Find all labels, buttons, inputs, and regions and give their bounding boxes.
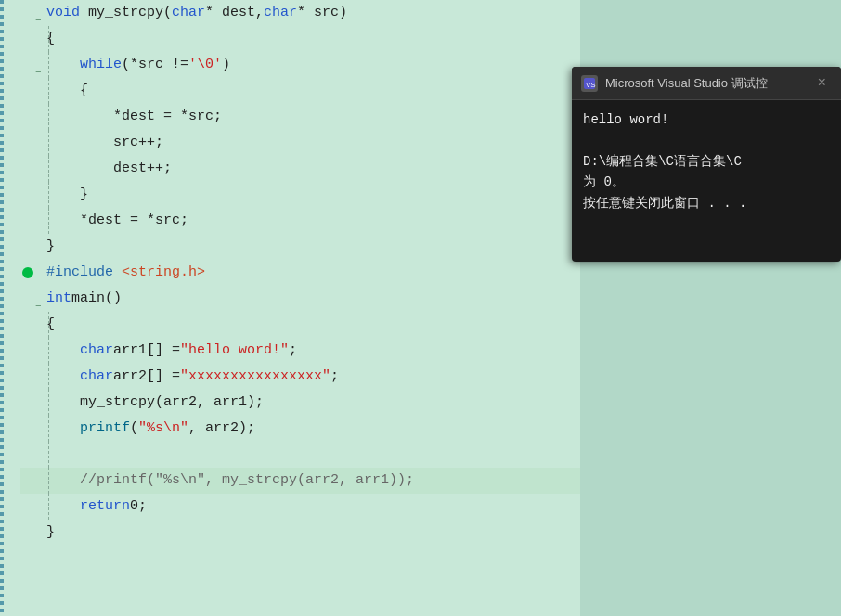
code-line-21: } — [20, 520, 580, 545]
kw-void: void — [46, 0, 80, 26]
breakpoint-indicator — [22, 267, 33, 278]
main-container: − void my_strcpy(char* dest, char* src) … — [0, 0, 841, 616]
code-line-11: #include <string.h> — [20, 260, 580, 286]
code-line-18 — [20, 442, 580, 468]
code-editor: − void my_strcpy(char* dest, char* src) … — [0, 0, 580, 616]
code-line-14: char arr1[] = "hello word!"; — [20, 338, 580, 364]
indent-guide — [48, 26, 49, 52]
terminal-window: VS Microsoft Visual Studio 调试控 × hello w… — [572, 67, 841, 262]
code-content: − void my_strcpy(char* dest, char* src) … — [20, 0, 580, 616]
code-line-1: − void my_strcpy(char* dest, char* src) — [20, 0, 580, 26]
code-line-20: return 0; — [20, 494, 580, 520]
terminal-vs-icon: VS — [581, 75, 598, 92]
code-line-4: { — [20, 78, 580, 104]
code-line-2: { — [20, 26, 580, 52]
svg-text:VS: VS — [586, 81, 596, 89]
code-line-10: } — [20, 234, 580, 260]
code-line-12: − int main() — [20, 286, 580, 312]
indent-guide-l1 — [48, 78, 49, 104]
code-line-9: *dest = *src; — [20, 208, 580, 234]
indent-guide — [48, 52, 49, 78]
code-line-19: //printf("%s\n", my_strcpy(arr2, arr1)); — [20, 468, 580, 494]
code-line-16: my_strcpy(arr2, arr1); — [20, 390, 580, 416]
code-line-6: src++; — [20, 130, 580, 156]
terminal-line-1: hello word! — [583, 109, 830, 130]
code-line-17: printf("%s\n", arr2); — [20, 416, 580, 442]
indent-guide-l2 — [84, 78, 84, 104]
left-strip — [0, 0, 4, 616]
code-line-7: dest++; — [20, 156, 580, 182]
terminal-line-2 — [583, 130, 830, 150]
terminal-close-button[interactable]: × — [811, 73, 832, 94]
terminal-body: hello word! D:\编程合集\C语言合集\C 为 0。 按任意键关闭此… — [572, 100, 841, 223]
code-line-8: } — [20, 182, 580, 208]
code-line-5: *dest = *src; — [20, 104, 580, 130]
code-line-3: − while (*src != '\0') — [20, 52, 580, 78]
terminal-line-4: 为 0。 — [583, 172, 830, 192]
terminal-title: Microsoft Visual Studio 调试控 — [605, 75, 811, 92]
code-line-15: char arr2[] = "xxxxxxxxxxxxxxxx"; — [20, 364, 580, 390]
terminal-titlebar: VS Microsoft Visual Studio 调试控 × — [572, 67, 841, 100]
terminal-line-5: 按任意键关闭此窗口 . . . — [583, 193, 830, 213]
code-line-13: { — [20, 312, 580, 338]
terminal-line-3: D:\编程合集\C语言合集\C — [583, 151, 830, 172]
